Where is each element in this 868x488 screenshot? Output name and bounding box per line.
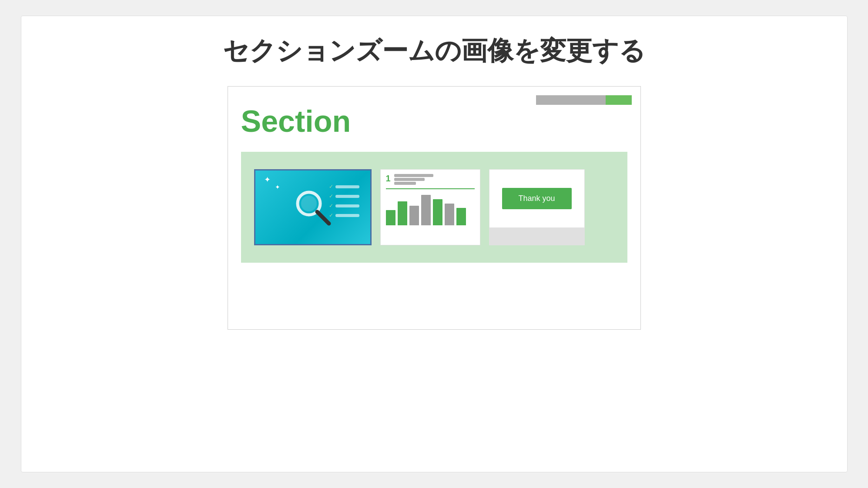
check-mark-2: ✓ [329,193,333,199]
check-item-3: ✓ [329,203,359,209]
thumb2-line-1 [394,174,433,177]
thumb3-top: Thank you [489,170,584,227]
section-title: Section [241,104,627,139]
progress-bar-area [536,95,632,105]
check-mark-4: ✓ [329,212,333,218]
sparkle2-icon: ✦ [275,184,280,191]
thumbnail-chart[interactable]: 1 [380,169,480,245]
sparkle1-icon: ✦ [264,175,271,184]
thank-you-text: Thank you [502,188,572,209]
slide-container: セクションズームの画像を変更する Section ✦ ✦ [21,16,848,472]
check-line-3 [335,204,359,207]
chart-separator [386,188,475,189]
thumb2-number: 1 [386,174,391,183]
svg-point-1 [301,196,317,211]
check-line-2 [335,195,359,198]
bar-chart [386,193,475,225]
bar-5 [445,204,454,225]
thumb2-line-2 [394,178,425,181]
thumb2-text [394,174,433,185]
checklist-lines: ✓ ✓ ✓ ✓ [329,184,359,218]
slide-content: Section ✦ ✦ ✓ [228,86,641,330]
check-mark-3: ✓ [329,203,333,209]
check-item-4: ✓ [329,212,359,218]
thumb2-line-3 [394,182,416,185]
check-line-1 [335,185,359,188]
bar-3 [421,195,431,225]
bar-0 [386,210,395,225]
check-line-4 [335,214,359,217]
thumb-search-inner: ✦ ✦ ✓ ✓ [255,170,370,244]
thumbnail-search[interactable]: ✦ ✦ ✓ ✓ [254,169,372,245]
progress-bar-gray [536,95,606,105]
check-mark-1: ✓ [329,184,333,190]
check-item-2: ✓ [329,193,359,199]
thumb2-header: 1 [386,174,475,185]
thumb3-bottom [489,227,584,245]
check-item-1: ✓ [329,184,359,190]
page-title: セクションズームの画像を変更する [223,33,645,69]
bar-1 [398,201,407,225]
bar-6 [456,208,466,225]
bar-2 [409,206,419,225]
bar-4 [433,199,442,225]
thumbnails-wrapper: ✦ ✦ ✓ ✓ [241,152,627,263]
magnifier-svg [293,188,332,227]
progress-bar-green [606,95,632,105]
thumbnail-thankyou[interactable]: Thank you [489,169,585,245]
svg-line-2 [317,212,329,224]
